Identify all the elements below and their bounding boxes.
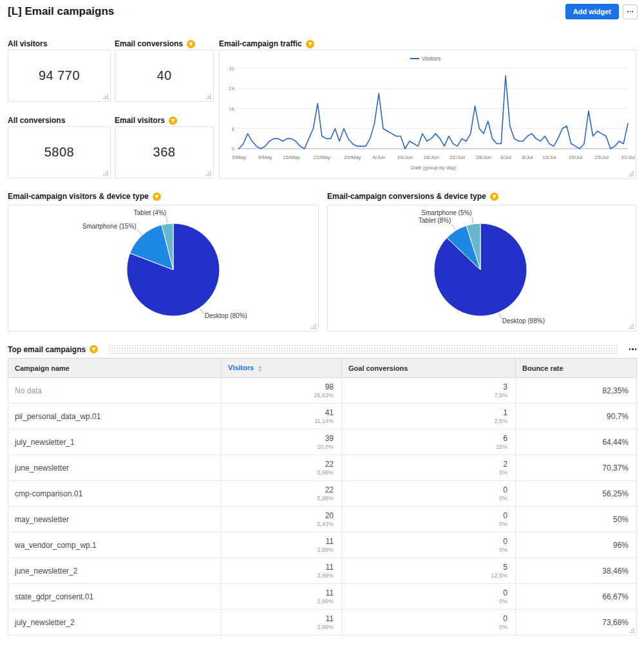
cell-campaign-name: wa_vendor_comp_wp.1 <box>8 532 222 558</box>
filter-icon[interactable] <box>306 40 314 48</box>
dashboard-menu-button[interactable] <box>623 5 638 19</box>
svg-text:29/May: 29/May <box>344 155 361 160</box>
column-header-visitors[interactable]: Visitors <box>222 359 342 378</box>
table-row[interactable]: state_gdpr_consent.01112,99%00%66,67% <box>8 584 637 610</box>
filter-icon[interactable] <box>90 345 98 353</box>
table-menu-button[interactable] <box>628 346 638 353</box>
table-titlebar: Top email campaigns <box>8 344 638 355</box>
cell-goal-conversions: 00% <box>342 610 516 635</box>
resize-handle[interactable] <box>628 171 634 176</box>
svg-text:16: 16 <box>229 106 234 112</box>
svg-text:22/May: 22/May <box>314 155 330 160</box>
widget-title-visitors-device: Email-campaign visitors & device type <box>8 192 161 201</box>
kpi-card-email-visitors: 368 <box>115 126 214 178</box>
cell-goal-conversions: 25% <box>342 455 516 481</box>
cell-bounce-rate: 73,68% <box>516 610 637 635</box>
widget-title-all-visitors: All visitors <box>8 39 47 48</box>
visitors-device-pie-card: Desktop (80%)Smartphone (15%)Tablet (4%) <box>8 205 319 332</box>
visitors-device-pie-svg: Desktop (80%)Smartphone (15%)Tablet (4%) <box>8 205 318 331</box>
page-header: [L] Email campaigns Add widget <box>8 0 638 23</box>
cell-goal-conversions: 512,5% <box>342 558 516 584</box>
svg-text:8: 8 <box>232 126 235 132</box>
table-row[interactable]: wa_vendor_comp_wp.1112,99%00%96% <box>8 532 637 558</box>
column-header-campaign-name[interactable]: Campaign name <box>8 359 222 378</box>
traffic-chart-svg: 081624323/May9/May15/May22/May29/May4/Ju… <box>220 50 636 178</box>
table-header-row: Campaign name Visitors Goal conversions … <box>8 359 637 378</box>
resize-handle[interactable] <box>310 323 316 329</box>
cell-visitors: 225,98% <box>222 455 342 481</box>
filter-icon[interactable] <box>153 192 161 201</box>
widget-title-all-conversions: All conversions <box>8 116 65 125</box>
cell-goal-conversions: 00% <box>342 532 516 558</box>
cell-campaign-name: cmp-comparison.01 <box>8 481 222 507</box>
svg-text:16/Jun: 16/Jun <box>424 155 439 160</box>
kpi-value-email-conversions: 40 <box>115 50 213 101</box>
page-title: [L] Email campaigns <box>8 5 114 18</box>
cell-bounce-rate: 90,7% <box>516 404 637 429</box>
filter-icon[interactable] <box>169 117 177 125</box>
resize-handle[interactable] <box>628 323 634 329</box>
table-row[interactable]: june_newsletter_2112,99%512,5%38,46% <box>8 558 637 584</box>
visitors-line-series <box>239 76 628 149</box>
cell-campaign-name: july_newsletter_2 <box>8 610 222 635</box>
cell-bounce-rate: 64,44% <box>516 429 637 455</box>
table-row[interactable]: july_newsletter_2112,99%00%73,68% <box>8 610 637 635</box>
cell-visitors: 4111,14% <box>222 404 342 429</box>
svg-text:Date (group by day): Date (group by day) <box>411 165 457 171</box>
cell-campaign-name: pii_personal_data_wp.01 <box>8 404 222 429</box>
cell-goal-conversions: 37,5% <box>342 378 516 404</box>
resize-handle[interactable] <box>205 93 211 99</box>
header-actions: Add widget <box>565 4 638 19</box>
svg-text:Desktop (88%): Desktop (88%) <box>502 317 545 324</box>
svg-text:19/Jul: 19/Jul <box>569 155 583 160</box>
svg-text:Desktop (80%): Desktop (80%) <box>205 312 247 319</box>
add-widget-button[interactable]: Add widget <box>565 4 619 19</box>
resize-handle[interactable] <box>205 170 211 176</box>
legend-visitors[interactable]: Visitors <box>422 55 441 62</box>
resize-handle[interactable] <box>102 170 108 176</box>
table-row[interactable]: pii_personal_data_wp.014111,14%12,5%90,7… <box>8 404 637 429</box>
widget-drag-handle[interactable] <box>108 344 617 354</box>
svg-text:31/Jul: 31/Jul <box>621 155 635 160</box>
cell-campaign-name: june_newsletter_2 <box>8 558 222 584</box>
svg-text:15/May: 15/May <box>283 155 299 160</box>
svg-text:13/Jul: 13/Jul <box>542 155 556 160</box>
svg-text:25/Jul: 25/Jul <box>595 155 609 160</box>
cell-campaign-name: may_newsletter <box>8 507 222 532</box>
svg-text:10/Jun: 10/Jun <box>397 155 413 160</box>
svg-text:28/Jun: 28/Jun <box>476 155 491 160</box>
svg-text:Smartphone (5%): Smartphone (5%) <box>421 209 471 216</box>
column-header-goal-conversions[interactable]: Goal conversions <box>342 359 516 378</box>
cell-visitors: 112,99% <box>222 558 342 584</box>
cell-visitors: 225,98% <box>222 481 342 507</box>
filter-icon[interactable] <box>490 192 498 201</box>
kpi-card-email-conversions: 40 <box>115 50 214 102</box>
cell-bounce-rate: 56,25% <box>516 481 637 507</box>
cell-goal-conversions: 00% <box>342 481 516 507</box>
resize-handle[interactable] <box>102 93 108 99</box>
cell-visitors: 112,99% <box>222 610 342 635</box>
svg-text:32: 32 <box>229 66 234 71</box>
conversions-device-pie-card: Desktop (88%)Tablet (8%)Smartphone (5%) <box>327 205 636 332</box>
column-header-bounce-rate[interactable]: Bounce rate <box>516 359 637 378</box>
svg-text:22/Jun: 22/Jun <box>450 155 465 160</box>
svg-text:Tablet (8%): Tablet (8%) <box>419 217 451 224</box>
cell-campaign-name: No data <box>8 378 222 404</box>
kpi-value-email-visitors: 368 <box>115 127 213 178</box>
kpi-card-all-conversions: 5808 <box>8 126 111 178</box>
cell-bounce-rate: 70,37% <box>516 455 637 481</box>
cell-goal-conversions: 00% <box>342 507 516 532</box>
table-row[interactable]: cmp-comparison.01225,98%00%56,25% <box>8 481 637 507</box>
svg-text:3/May: 3/May <box>232 155 246 160</box>
resize-handle[interactable] <box>629 627 634 633</box>
cell-visitors: 3910,6% <box>222 429 342 455</box>
table-row[interactable]: may_newsletter205,43%00%50% <box>8 507 637 532</box>
kpi-card-all-visitors: 94 770 <box>8 50 111 102</box>
table-row[interactable]: july_newsletter_13910,6%615%64,44% <box>8 429 637 455</box>
table-row[interactable]: No data9826,63%37,5%82,35% <box>8 378 637 404</box>
table-row[interactable]: june_newsletter225,98%25%70,37% <box>8 455 637 481</box>
cell-goal-conversions: 615% <box>342 429 516 455</box>
filter-icon[interactable] <box>187 40 195 48</box>
ellipsis-icon <box>627 11 629 13</box>
svg-text:0: 0 <box>232 146 235 152</box>
